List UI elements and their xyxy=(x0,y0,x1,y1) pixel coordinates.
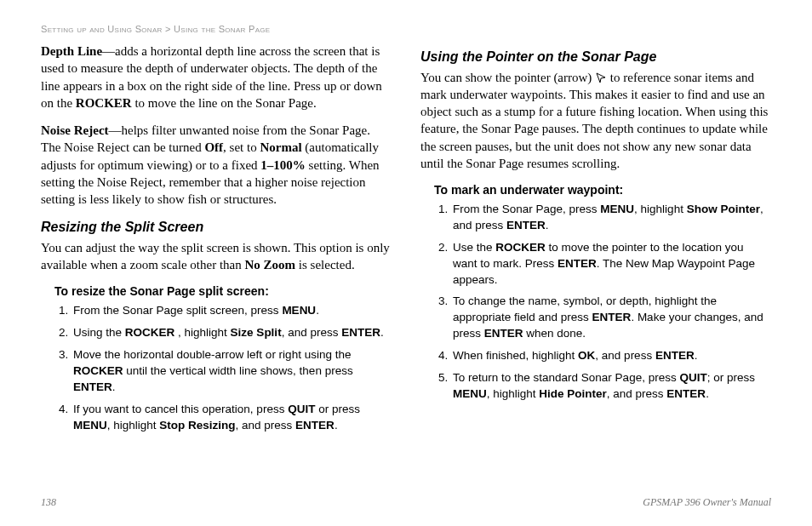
pointer-step-1: From the Sonar Page, press MENU, highlig… xyxy=(451,202,766,234)
resize-steps: From the Sonar Page split screen, press … xyxy=(71,303,392,433)
pointer-intro: You can show the pointer (arrow) to refe… xyxy=(420,69,771,173)
pointer-steps: From the Sonar Page, press MENU, highlig… xyxy=(451,202,771,403)
term-noise-reject: Noise Reject xyxy=(41,123,109,137)
pointer-step-2: Use the ROCKER to move the pointer to th… xyxy=(451,240,766,289)
pointer-step-5: To return to the standard Sonar Page, pr… xyxy=(451,370,766,403)
heading-resizing: Resizing the Split Screen xyxy=(41,218,392,237)
pointer-step-4: When finished, highlight OK, and press E… xyxy=(451,348,766,364)
pointer-arrow-icon xyxy=(595,71,607,83)
subheading-mark-waypoint: To mark an underwater waypoint: xyxy=(434,182,771,198)
term-depth-line: Depth Line xyxy=(41,44,102,58)
footer: 138 GPSMAP 396 Owner's Manual xyxy=(41,496,771,509)
breadcrumb-section: Setting up and Using Sonar xyxy=(41,24,163,34)
breadcrumb-page: Using the Sonar Page xyxy=(174,24,270,34)
page-number: 138 xyxy=(41,496,56,509)
resize-step-1: From the Sonar Page split screen, press … xyxy=(71,303,386,319)
resize-intro: You can adjust the way the split screen … xyxy=(41,239,392,274)
manual-title: GPSMAP 396 Owner's Manual xyxy=(643,496,771,509)
heading-pointer: Using the Pointer on the Sonar Page xyxy=(420,48,771,66)
depth-line-para: Depth Line—adds a horizontal depth line … xyxy=(41,43,392,111)
resize-step-2: Using the ROCKER , highlight Size Split,… xyxy=(71,325,386,341)
noise-reject-para: Noise Reject—helps filter unwanted noise… xyxy=(41,122,392,208)
pointer-step-3: To change the name, symbol, or depth, hi… xyxy=(451,294,766,342)
breadcrumb: Setting up and Using Sonar > Using the S… xyxy=(41,24,771,34)
resize-step-3: Move the horizontal double-arrow left or… xyxy=(71,347,386,396)
resize-step-4: If you want to cancel this operation, pr… xyxy=(71,402,386,434)
content-columns: Depth Line—adds a horizontal depth line … xyxy=(41,43,771,489)
subheading-resize: To resize the Sonar Page split screen: xyxy=(54,283,392,300)
